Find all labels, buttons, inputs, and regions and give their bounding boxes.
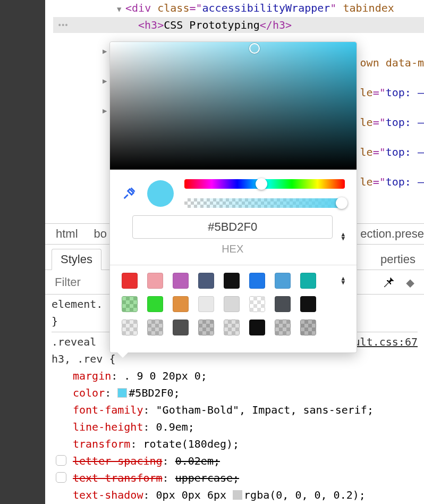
css-declaration[interactable]: transform: rotate(180deg); [52, 435, 418, 452]
breadcrumb-item[interactable]: html [56, 227, 78, 241]
rule-reveal-h3[interactable]: ult.css:67 .reveal h3, .rev { margin: . … [52, 333, 418, 504]
css-declaration[interactable]: line-height: 0.9em; [52, 418, 418, 435]
palette-swatch[interactable] [249, 273, 265, 289]
pin-icon[interactable]: 📌︎ [381, 274, 395, 290]
palette-swatch[interactable] [198, 320, 214, 335]
palette-swatch[interactable] [275, 320, 291, 335]
toggle-checkbox[interactable] [56, 455, 66, 466]
palette-swatch[interactable] [300, 296, 316, 312]
sat-val-cursor[interactable] [249, 43, 260, 54]
expand-arrow-icon[interactable]: ▼ [117, 1, 125, 17]
palette-swatch[interactable] [249, 320, 265, 335]
palette-swatch[interactable] [275, 273, 291, 289]
format-toggle[interactable]: ▲▼ [341, 230, 345, 241]
palette-swatch[interactable] [147, 273, 163, 289]
palette-swatch[interactable] [198, 296, 214, 312]
css-declaration[interactable]: margin: . 9 0 20px 0; [52, 367, 418, 384]
palette-scroll[interactable]: ▲▼ [341, 276, 345, 285]
current-color-swatch [147, 180, 174, 207]
palette-swatch[interactable] [300, 273, 316, 289]
palette-swatch[interactable] [224, 273, 240, 289]
alpha-thumb[interactable] [336, 197, 347, 209]
toggle-checkbox[interactable] [56, 472, 66, 483]
source-link[interactable]: ult.css:67 [354, 333, 418, 350]
hue-slider[interactable] [184, 179, 345, 189]
dom-node-div[interactable]: ▼<div class="accessibilityWrapper" tabin… [53, 0, 424, 17]
alpha-slider[interactable] [184, 198, 345, 208]
hue-thumb[interactable] [256, 178, 267, 190]
tab-styles[interactable]: Styles [52, 249, 101, 270]
eyedropper-icon[interactable] [122, 186, 137, 201]
window-sidebar-dark [0, 0, 45, 504]
dom-node-h3-selected[interactable]: <h3>CSS Prototyping</h3> [53, 17, 424, 33]
palette-swatch[interactable] [122, 320, 138, 335]
collapse-arrow-icon[interactable]: ▶ [103, 106, 107, 115]
css-declaration[interactable]: color: #5BD2F0; [52, 384, 418, 401]
overflow-icon[interactable]: ◆ [406, 274, 414, 290]
breadcrumb-overflow[interactable]: ection.prese [360, 227, 424, 241]
palette-swatch[interactable] [198, 273, 214, 289]
css-declaration[interactable]: font-family: "Gotham-Bold", Impact, sans… [52, 401, 418, 418]
css-declaration[interactable]: letter-spacing: 0.02em; [52, 452, 418, 469]
palette-swatch[interactable] [224, 320, 240, 335]
color-swatch-inline[interactable] [233, 490, 242, 500]
palette-swatch[interactable] [122, 273, 138, 289]
css-declaration[interactable]: text-shadow: 0px 0px 6px rgba(0, 0, 0, 0… [52, 486, 418, 503]
palette-swatch[interactable] [147, 320, 163, 335]
palette-swatch[interactable] [122, 296, 138, 312]
palette-swatch[interactable] [173, 296, 189, 312]
dom-overflow-lines: own data-m le="top: – le="top: – le="top… [360, 48, 424, 197]
palette-swatch[interactable] [275, 296, 291, 312]
hex-input[interactable] [132, 215, 333, 239]
collapse-arrow-icon[interactable]: ▶ [103, 47, 107, 55]
collapse-arrow-icon[interactable]: ▶ [103, 77, 107, 85]
palette-swatch[interactable] [249, 296, 265, 312]
color-swatch-inline[interactable] [117, 388, 127, 398]
palette-swatch[interactable] [300, 320, 316, 335]
palette-swatch[interactable] [147, 296, 163, 312]
format-label: HEX [132, 243, 333, 255]
color-picker-popover: HEX ▲▼ ▲▼ [109, 41, 357, 353]
saturation-value-area[interactable] [110, 42, 357, 170]
css-declaration[interactable]: text-transform: uppercase; [52, 469, 418, 486]
palette-swatch[interactable] [224, 296, 240, 312]
palette-swatch[interactable] [173, 320, 189, 335]
swatch-palette: ▲▼ [110, 265, 357, 352]
palette-swatch[interactable] [173, 273, 189, 289]
breadcrumb-item[interactable]: bo [94, 227, 107, 241]
tab-properties[interactable]: perties [372, 249, 424, 270]
